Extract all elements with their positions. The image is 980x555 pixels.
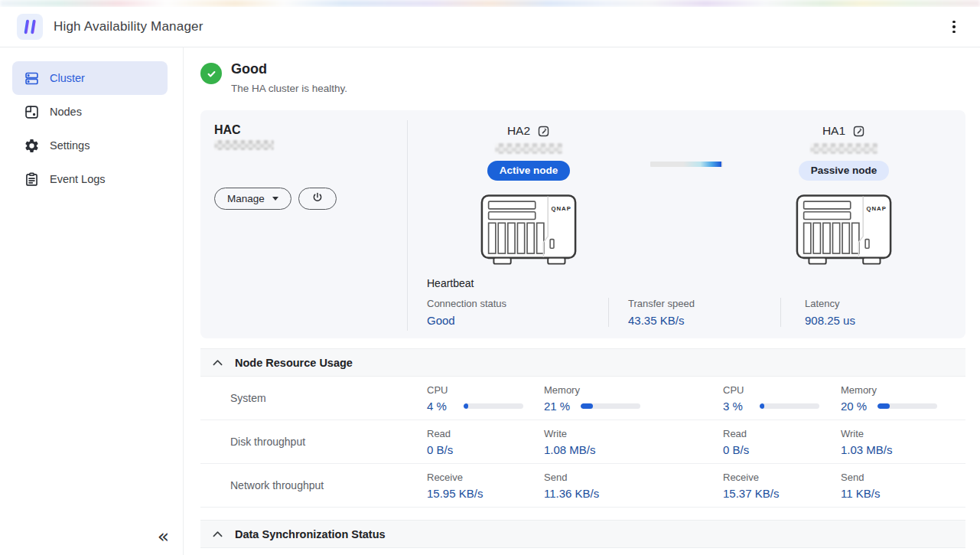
sidebar-item-event-logs[interactable]: Event Logs xyxy=(12,162,168,196)
heartbeat-stat: Connection status Good xyxy=(427,298,608,327)
sidebar-collapse-icon[interactable]: « xyxy=(158,527,169,546)
event-logs-icon xyxy=(23,171,40,188)
node-name: HA2 xyxy=(507,124,530,138)
nas-device-illustration: QNAP xyxy=(452,192,605,272)
cluster-info-panel: HAC Manage xyxy=(200,110,408,338)
nodes-icon xyxy=(23,103,40,120)
app-header: High Availability Manager xyxy=(0,7,980,47)
resource-cell: Memory21 % xyxy=(544,384,723,413)
node-role-badge: Active node xyxy=(487,161,571,181)
resource-value: 21 % xyxy=(544,400,581,413)
connection-status-value: Good xyxy=(427,314,601,327)
main-content: Good The HA cluster is healthy. HAC Mana… xyxy=(184,47,980,555)
sidebar-item-cluster[interactable]: Cluster xyxy=(12,61,168,95)
section-title: Node Resource Usage xyxy=(235,357,353,369)
resource-cell: Send11.36 KB/s xyxy=(544,472,723,500)
cluster-card: HAC Manage xyxy=(200,110,965,338)
resource-row-label: System xyxy=(200,392,427,404)
chevron-up-icon[interactable] xyxy=(210,527,225,542)
sidebar-item-label: Settings xyxy=(50,139,90,152)
status-message: The HA cluster is healthy. xyxy=(231,83,347,94)
blurred-browser-strip xyxy=(0,0,980,7)
sidebar-item-settings[interactable]: Settings xyxy=(12,129,168,162)
resource-value: 3 % xyxy=(723,400,760,413)
resource-cell: Write1.08 MB/s xyxy=(544,428,723,456)
resource-cell: Memory20 % xyxy=(841,384,965,413)
heartbeat-section: Heartbeat Connection status Good Transfe… xyxy=(408,277,965,327)
chevron-up-icon[interactable] xyxy=(210,355,225,371)
resource-usage-table: SystemCPU4 %Memory21 %CPU3 %Memory20 %Di… xyxy=(200,377,965,508)
app-title: High Availability Manager xyxy=(54,19,203,34)
nas-brand-label: QNAP xyxy=(867,205,887,212)
resource-value: 15.95 KB/s xyxy=(427,487,483,500)
resource-value: 15.37 KB/s xyxy=(723,487,779,500)
resource-row-label: Network throughput xyxy=(200,479,427,491)
node-column-passive: HA1 Passive node xyxy=(767,124,920,272)
check-circle-icon xyxy=(200,63,222,84)
resource-cell: Receive15.95 KB/s xyxy=(427,472,544,500)
resource-cell: Read0 B/s xyxy=(723,428,841,456)
power-button[interactable] xyxy=(298,188,337,210)
resource-cell: Write1.03 MB/s xyxy=(841,428,965,456)
nas-device-illustration: QNAP xyxy=(767,192,920,272)
sync-section-body-cutoff xyxy=(200,548,965,555)
resource-cell: CPU4 % xyxy=(427,384,544,413)
usage-progress-bar xyxy=(877,403,937,409)
replication-progress-bar xyxy=(650,162,723,167)
sidebar-item-nodes[interactable]: Nodes xyxy=(12,95,168,129)
section-header-data-sync-status: Data Synchronization Status xyxy=(200,520,965,548)
resource-row: Disk throughputRead0 B/sWrite1.08 MB/sRe… xyxy=(200,420,965,464)
settings-icon xyxy=(23,137,40,154)
cluster-ip-redacted xyxy=(214,140,274,150)
resource-value: 20 % xyxy=(841,400,877,413)
app-logo-icon xyxy=(17,14,43,40)
heartbeat-title: Heartbeat xyxy=(427,277,965,289)
usage-progress-bar xyxy=(760,403,819,409)
node-column-active: HA2 Active node xyxy=(452,124,605,272)
resource-row-label: Disk throughput xyxy=(200,436,427,448)
resource-value: 11 KB/s xyxy=(841,487,880,500)
manage-button[interactable]: Manage xyxy=(214,188,291,210)
node-role-badge: Passive node xyxy=(799,161,889,181)
manage-button-label: Manage xyxy=(227,193,265,204)
sidebar-item-label: Nodes xyxy=(50,106,82,118)
resource-row: Network throughputReceive15.95 KB/sSend1… xyxy=(200,464,965,508)
power-icon xyxy=(311,191,324,206)
sidebar-item-label: Event Logs xyxy=(50,173,106,185)
resource-row: SystemCPU4 %Memory21 %CPU3 %Memory20 % xyxy=(200,377,965,420)
resource-cell: Read0 B/s xyxy=(427,428,544,456)
resource-cell: CPU3 % xyxy=(723,384,841,413)
section-header-node-resource-usage: Node Resource Usage xyxy=(200,348,965,377)
heartbeat-stat: Transfer speed 43.35 KB/s xyxy=(608,298,780,327)
transfer-speed-value: 43.35 KB/s xyxy=(628,314,773,327)
sidebar-item-label: Cluster xyxy=(50,72,85,84)
chevron-down-icon xyxy=(272,197,278,201)
edit-icon[interactable] xyxy=(852,125,865,138)
node-ip-redacted xyxy=(495,143,562,154)
resource-value: 1.08 MB/s xyxy=(544,443,596,456)
resource-cell: Send11 KB/s xyxy=(841,472,965,500)
heartbeat-stat: Latency 908.25 us xyxy=(780,298,863,327)
kebab-menu-icon[interactable] xyxy=(943,16,965,38)
nodes-panel: HA2 Active node xyxy=(408,110,965,338)
usage-progress-bar xyxy=(464,403,523,409)
node-name: HA1 xyxy=(822,124,845,138)
cluster-status: Good The HA cluster is healthy. xyxy=(200,61,965,94)
usage-progress-bar xyxy=(581,403,640,409)
resource-value: 0 B/s xyxy=(723,443,760,456)
nas-brand-label: QNAP xyxy=(552,205,571,212)
cluster-name: HAC xyxy=(214,123,408,137)
resource-value: 11.36 KB/s xyxy=(544,487,599,500)
resource-value: 1.03 MB/s xyxy=(841,443,893,456)
edit-icon[interactable] xyxy=(537,125,550,138)
latency-value: 908.25 us xyxy=(805,314,855,327)
cluster-icon xyxy=(23,70,40,87)
status-title: Good xyxy=(231,61,347,77)
node-ip-redacted xyxy=(810,143,877,154)
resource-value: 4 % xyxy=(427,400,464,413)
resource-value: 0 B/s xyxy=(427,443,464,456)
sidebar: ClusterNodesSettingsEvent Logs « xyxy=(0,47,184,555)
resource-cell: Receive15.37 KB/s xyxy=(723,472,841,500)
section-title: Data Synchronization Status xyxy=(235,528,386,540)
